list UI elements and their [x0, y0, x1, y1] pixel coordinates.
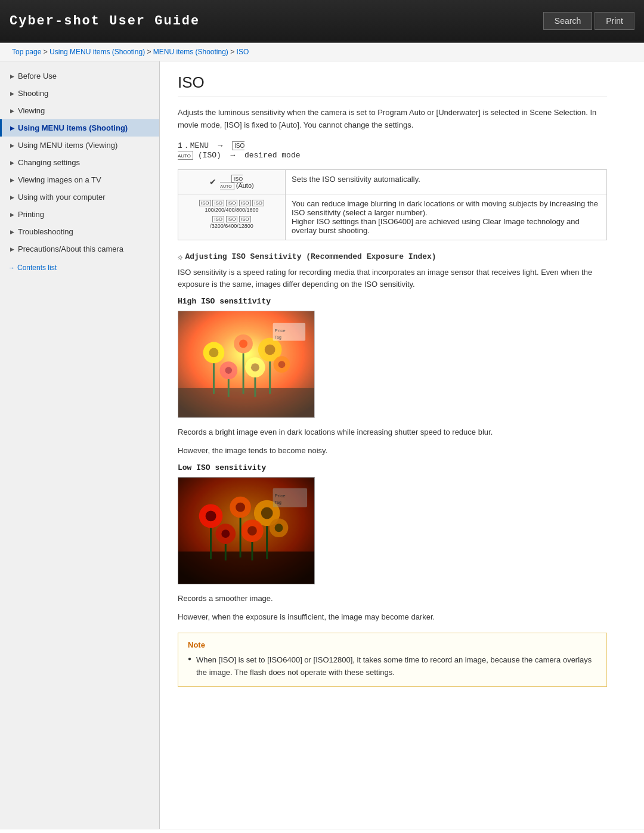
iso-values-line1: ISO ISO ISO ISO ISO — [184, 199, 279, 207]
breadcrumb-iso[interactable]: ISO — [237, 48, 249, 56]
adjusting-title: ☼ Adjusting ISO Sensitivity (Recommended… — [178, 252, 607, 262]
app-title: Cyber-shot User Guide — [10, 14, 200, 29]
breadcrumb-menu-items-shooting[interactable]: MENU items (Shooting) — [153, 48, 228, 56]
sidebar-arrow-changing-settings — [10, 159, 14, 166]
adjusting-section: ☼ Adjusting ISO Sensitivity (Recommended… — [178, 252, 607, 624]
header-buttons: Search Print — [543, 12, 634, 30]
main-content: ISO Adjusts the luminous sensitivity whe… — [160, 61, 625, 829]
low-iso-label: Low ISO sensitivity — [178, 463, 607, 472]
sidebar-arrow-viewing-tv — [10, 176, 14, 183]
sidebar-item-precautions[interactable]: Precautions/About this camera — [0, 240, 159, 258]
sidebar-label-precautions: Precautions/About this camera — [18, 244, 123, 253]
main-layout: Before Use Shooting Viewing Using MENU i… — [0, 61, 644, 829]
note-section: Note When [ISO] is set to [ISO6400] or [… — [178, 633, 607, 687]
sidebar-label-printing: Printing — [18, 210, 44, 219]
iso-values-line4: /3200/6400/12800 — [184, 222, 279, 230]
table-cell-auto-desc: Sets the ISO sensitivity automatically. — [286, 169, 607, 194]
values-desc-text: You can reduce image blurring in dark lo… — [292, 199, 598, 235]
sidebar-item-troubleshooting[interactable]: Troubleshooting — [0, 223, 159, 240]
intro-paragraph: Adjusts the luminous sensitivity when th… — [178, 107, 607, 132]
sidebar-label-viewing: Viewing — [18, 106, 45, 115]
svg-rect-22 — [178, 311, 314, 417]
sidebar-arrow-using-computer — [10, 194, 14, 200]
sidebar-item-using-menu-shooting[interactable]: Using MENU items (Shooting) — [0, 119, 159, 137]
sidebar-arrow-troubleshooting — [10, 228, 14, 235]
sidebar: Before Use Shooting Viewing Using MENU i… — [0, 61, 160, 829]
sidebar-label-using-menu-shooting: Using MENU items (Shooting) — [18, 123, 128, 132]
note-item-0: When [ISO] is set to [ISO6400] or [ISO12… — [188, 654, 597, 679]
auto-icon-label: ISOAUTO (Auto) — [220, 175, 253, 189]
page-footer: 115 — [0, 829, 644, 833]
table-cell-values-icon: ISO ISO ISO ISO ISO 100/200/400/800/1600… — [178, 194, 286, 240]
sidebar-arrow-using-menu-shooting — [10, 125, 14, 131]
table-cell-values-desc: You can reduce image blurring in dark lo… — [286, 194, 607, 240]
adjusting-title-text: Adjusting ISO Sensitivity (Recommended E… — [185, 252, 436, 261]
note-title: Note — [188, 640, 597, 649]
search-button[interactable]: Search — [543, 12, 592, 30]
sidebar-arrow-viewing — [10, 107, 14, 114]
sidebar-item-viewing[interactable]: Viewing — [0, 102, 159, 119]
iso-values-line2: 100/200/400/800/1600 — [184, 206, 279, 214]
sidebar-arrow-shooting — [10, 90, 14, 97]
high-iso-caption2: However, the image tends to become noisy… — [178, 445, 607, 457]
sidebar-item-printing[interactable]: Printing — [0, 206, 159, 223]
page-header: Cyber-shot User Guide Search Print — [0, 0, 644, 43]
sidebar-arrow-before-use — [10, 73, 14, 79]
sun-icon: ☼ — [178, 252, 182, 262]
svg-rect-45 — [178, 478, 314, 584]
high-iso-svg: Price Tag — [178, 311, 314, 417]
breadcrumb-top[interactable]: Top page — [12, 48, 41, 56]
checkmark-icon: ✔ — [209, 177, 216, 187]
sidebar-arrow-using-menu-viewing — [10, 142, 14, 148]
low-iso-caption2: However, when the exposure is insufficie… — [178, 611, 607, 624]
sidebar-arrow-precautions — [10, 246, 14, 252]
sidebar-label-shooting: Shooting — [18, 89, 48, 98]
sidebar-arrow-printing — [10, 211, 14, 218]
low-iso-image: Price Tag — [178, 477, 315, 584]
sidebar-label-changing-settings: Changing settings — [18, 158, 80, 167]
low-iso-svg: Price Tag — [178, 478, 314, 584]
contents-arrow-icon: → — [8, 264, 15, 271]
sidebar-item-changing-settings[interactable]: Changing settings — [0, 154, 159, 171]
menu-step-text: 1．MENU → ISOAUTO (ISO) → desired mode — [178, 140, 607, 160]
sidebar-item-shooting[interactable]: Shooting — [0, 85, 159, 102]
sidebar-item-using-menu-viewing[interactable]: Using MENU items (Viewing) — [0, 137, 159, 154]
iso-table: ✔ ISOAUTO (Auto) Sets the ISO sensitivit… — [178, 169, 607, 240]
print-button[interactable]: Print — [595, 12, 634, 30]
low-iso-caption1: Records a smoother image. — [178, 593, 607, 605]
page-title: ISO — [178, 73, 607, 97]
sidebar-label-before-use: Before Use — [18, 72, 57, 80]
breadcrumb: Top page > Using MENU items (Shooting) >… — [0, 43, 644, 61]
sidebar-item-before-use[interactable]: Before Use — [0, 67, 159, 85]
adjusting-intro-text: ISO sensitivity is a speed rating for re… — [178, 267, 607, 292]
contents-list-label: Contents list — [17, 264, 57, 272]
table-row-values: ISO ISO ISO ISO ISO 100/200/400/800/1600… — [178, 194, 607, 240]
table-cell-auto-icon: ✔ ISOAUTO (Auto) — [178, 169, 286, 194]
sidebar-label-using-menu-viewing: Using MENU items (Viewing) — [18, 141, 117, 150]
sidebar-label-using-computer: Using with your computer — [18, 193, 106, 202]
sidebar-item-viewing-tv[interactable]: Viewing images on a TV — [0, 171, 159, 188]
table-row-auto: ✔ ISOAUTO (Auto) Sets the ISO sensitivit… — [178, 169, 607, 194]
sidebar-label-troubleshooting: Troubleshooting — [18, 227, 73, 236]
sidebar-item-using-computer[interactable]: Using with your computer — [0, 188, 159, 206]
sidebar-label-viewing-tv: Viewing images on a TV — [18, 175, 101, 184]
high-iso-caption1: Records a bright image even in dark loca… — [178, 426, 607, 439]
high-iso-image: Price Tag — [178, 311, 315, 418]
breadcrumb-using-menu-shooting[interactable]: Using MENU items (Shooting) — [49, 48, 145, 56]
high-iso-label: High ISO sensitivity — [178, 297, 607, 306]
iso-values-line3: ISO ISO ISO — [184, 215, 279, 223]
contents-list-link[interactable]: → Contents list — [0, 258, 159, 275]
